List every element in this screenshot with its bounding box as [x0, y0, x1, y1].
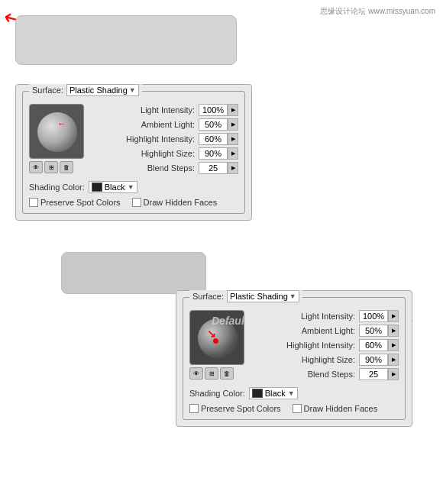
- shading-dropdown-2[interactable]: Black ▼: [249, 387, 298, 399]
- params-grid-2: Light Intensity: 100% ▶ Ambient Light: 5…: [257, 310, 399, 383]
- shading-value-1: Black: [105, 183, 125, 192]
- param-label-2-2: Highlight Intensity:: [257, 341, 359, 350]
- param-arrow-2-2[interactable]: ▶: [388, 339, 399, 351]
- sphere-arrow-1: ←: [57, 118, 66, 129]
- tool-btn-trash-1[interactable]: 🗑: [60, 161, 73, 173]
- hidden-label-1: Draw Hidden Faces: [144, 198, 218, 207]
- param-value-0[interactable]: 100%: [199, 104, 228, 116]
- param-row-2: Highlight Intensity: 60% ▶: [96, 133, 238, 145]
- checkbox-box-hidden-2[interactable]: [293, 404, 302, 413]
- preserve-label-2: Preserve Spot Colors: [201, 404, 281, 413]
- checkbox-box-preserve-1[interactable]: [29, 198, 38, 207]
- checkbox-hidden-2[interactable]: Draw Hidden Faces: [293, 404, 378, 413]
- param-label-4: Blend Steps:: [96, 163, 199, 173]
- param-row-2-2: Highlight Intensity: 60% ▶: [257, 339, 399, 351]
- sphere-container-2: Default ↘ 👁 ⊞ 🗑: [189, 310, 251, 383]
- surface-dropdown-value-1: Plastic Shading: [70, 86, 128, 95]
- param-label-2-0: Light Intensity:: [257, 312, 359, 321]
- mid-preview-box: [61, 252, 206, 294]
- param-arrow-2-1[interactable]: ▶: [388, 325, 399, 337]
- checkbox-row-1: Preserve Spot Colors Draw Hidden Faces: [29, 198, 238, 207]
- param-arrow-4[interactable]: ▶: [228, 162, 238, 174]
- param-arrow-2-4[interactable]: ▶: [388, 368, 399, 380]
- shading-dropdown-1[interactable]: Black ▼: [89, 181, 137, 193]
- checkbox-preserve-1[interactable]: Preserve Spot Colors: [29, 198, 121, 207]
- param-label-2-3: Highlight Size:: [257, 355, 359, 364]
- param-row-1: Ambient Light: 50% ▶: [96, 118, 238, 131]
- sphere-preview-2: Default ↘: [189, 310, 244, 365]
- shading-dropdown-arrow-2: ▼: [288, 389, 295, 397]
- checkbox-box-hidden-1[interactable]: [132, 198, 141, 207]
- param-label-2-1: Ambient Light:: [257, 326, 359, 335]
- dropdown-arrow-2: ▼: [289, 292, 296, 300]
- param-arrow-2[interactable]: ▶: [228, 133, 238, 145]
- tool-btn-grid-1[interactable]: ⊞: [44, 161, 58, 173]
- panel-1-legend: Surface: Plastic Shading ▼: [29, 84, 142, 96]
- panel-1: Surface: Plastic Shading ▼ ← 👁 ⊞ 🗑: [15, 84, 252, 221]
- tool-btn-grid-2[interactable]: ⊞: [205, 367, 218, 380]
- param-row-2-0: Light Intensity: 100% ▶: [257, 310, 399, 322]
- panel-2: Surface: Plastic Shading ▼ Default ↘: [176, 290, 412, 427]
- param-arrow-3[interactable]: ▶: [228, 147, 238, 160]
- surface-label-1: Surface:: [32, 86, 63, 95]
- default-text-2: Default: [212, 315, 244, 327]
- panel-2-body: Default ↘ 👁 ⊞ 🗑 Light Intensity: 100%: [189, 310, 399, 383]
- sphere-container-1: ← 👁 ⊞ 🗑: [29, 104, 90, 176]
- tool-btn-eye-1[interactable]: 👁: [29, 161, 43, 173]
- param-arrow-0[interactable]: ▶: [228, 104, 238, 116]
- shading-value-2: Black: [265, 389, 286, 398]
- param-value-1[interactable]: 50%: [199, 118, 228, 131]
- panel-1-fieldset: Surface: Plastic Shading ▼ ← 👁 ⊞ 🗑: [22, 91, 245, 214]
- preserve-label-1: Preserve Spot Colors: [40, 198, 121, 207]
- param-label-0: Light Intensity:: [96, 105, 199, 115]
- shading-row-2: Shading Color: Black ▼: [189, 387, 399, 399]
- sphere-tools-1: 👁 ⊞ 🗑: [29, 161, 90, 173]
- surface-dropdown-2[interactable]: Plastic Shading ▼: [227, 290, 299, 302]
- param-row-2-1: Ambient Light: 50% ▶: [257, 325, 399, 337]
- param-row-4: Blend Steps: 25 ▶: [96, 162, 238, 174]
- param-value-3[interactable]: 90%: [199, 147, 228, 160]
- checkbox-box-preserve-2[interactable]: [189, 404, 199, 413]
- param-row-2-3: Highlight Size: 90% ▶: [257, 354, 399, 366]
- panel-1-body: ← 👁 ⊞ 🗑 Light Intensity: 100% ▶ Ambient …: [29, 104, 238, 176]
- param-label-3: Highlight Size:: [96, 149, 199, 158]
- param-value-2-1[interactable]: 50%: [359, 325, 388, 337]
- param-value-2-2[interactable]: 60%: [359, 339, 388, 351]
- shading-label-2: Shading Color:: [189, 389, 245, 398]
- params-grid-1: Light Intensity: 100% ▶ Ambient Light: 5…: [96, 104, 238, 176]
- param-value-2-3[interactable]: 90%: [359, 354, 388, 366]
- red-dot-2: [213, 338, 218, 344]
- shading-color-swatch-1: [92, 183, 102, 192]
- param-label-1: Ambient Light:: [96, 120, 199, 129]
- param-row-2-4: Blend Steps: 25 ▶: [257, 368, 399, 380]
- tool-btn-trash-2[interactable]: 🗑: [220, 367, 234, 380]
- param-value-2[interactable]: 60%: [199, 133, 228, 145]
- param-value-4[interactable]: 25: [199, 162, 228, 174]
- top-preview-box: [15, 15, 237, 65]
- checkbox-preserve-2[interactable]: Preserve Spot Colors: [189, 404, 281, 413]
- sphere-tools-2: 👁 ⊞ 🗑: [189, 367, 251, 380]
- shading-color-swatch-2: [252, 389, 263, 398]
- param-row-3: Highlight Size: 90% ▶: [96, 147, 238, 160]
- shading-row-1: Shading Color: Black ▼: [29, 181, 238, 193]
- param-value-2-4[interactable]: 25: [359, 368, 388, 380]
- surface-label-2: Surface:: [192, 292, 224, 301]
- checkbox-hidden-1[interactable]: Draw Hidden Faces: [132, 198, 218, 207]
- dropdown-arrow-1: ▼: [129, 86, 136, 94]
- param-label-2: Highlight Intensity:: [96, 134, 199, 144]
- panel-2-fieldset: Surface: Plastic Shading ▼ Default ↘: [183, 297, 406, 420]
- param-label-2-4: Blend Steps:: [257, 370, 359, 379]
- surface-dropdown-1[interactable]: Plastic Shading ▼: [66, 84, 139, 96]
- param-arrow-1[interactable]: ▶: [228, 118, 238, 131]
- tool-btn-eye-2[interactable]: 👁: [189, 367, 203, 380]
- param-row-0: Light Intensity: 100% ▶: [96, 104, 238, 116]
- param-arrow-2-0[interactable]: ▶: [388, 310, 399, 322]
- shading-label-1: Shading Color:: [29, 183, 85, 192]
- param-value-2-0[interactable]: 100%: [359, 310, 388, 322]
- surface-dropdown-value-2: Plastic Shading: [230, 292, 288, 301]
- panel-2-legend: Surface: Plastic Shading ▼: [189, 290, 302, 302]
- watermark-text: 思缘设计论坛 www.missyuan.com: [320, 6, 435, 17]
- shading-dropdown-arrow-1: ▼: [128, 183, 134, 191]
- hidden-label-2: Draw Hidden Faces: [304, 404, 378, 413]
- param-arrow-2-3[interactable]: ▶: [388, 354, 399, 366]
